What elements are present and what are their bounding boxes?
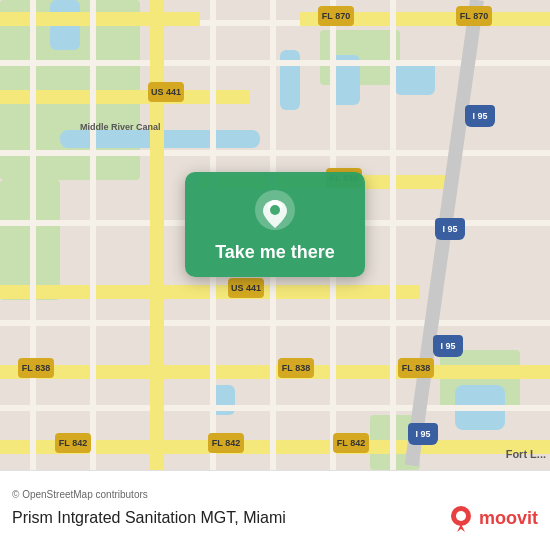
badge-fl842-2: FL 842 <box>208 433 244 453</box>
road-v-1 <box>30 0 36 470</box>
canal-label: Middle River Canal <box>80 122 161 132</box>
moovit-brand-text: moovit <box>479 508 538 529</box>
shield-i95-1: I 95 <box>465 105 495 127</box>
badge-fl842-3: FL 842 <box>333 433 369 453</box>
badge-fl870-2: FL 870 <box>456 6 492 26</box>
take-me-there-button[interactable]: Take me there <box>215 242 335 263</box>
svg-point-4 <box>456 511 466 521</box>
svg-point-2 <box>270 205 280 215</box>
map-area: FL 870 FL 870 US 441 FL 816 US 441 FL 83… <box>0 0 550 470</box>
badge-fl838-2: FL 838 <box>278 358 314 378</box>
badge-fl838-1: FL 838 <box>18 358 54 378</box>
city-label: Fort L... <box>506 448 546 460</box>
shield-i95-4: I 95 <box>408 423 438 445</box>
badge-us441-n: US 441 <box>148 82 184 102</box>
road-v-us441 <box>150 0 164 470</box>
badge-fl842-1: FL 842 <box>55 433 91 453</box>
road-v-6 <box>390 0 396 470</box>
moovit-logo: moovit <box>447 504 538 532</box>
water-body-1 <box>280 50 300 110</box>
location-pin-icon <box>253 188 297 232</box>
badge-fl870-1: FL 870 <box>318 6 354 26</box>
map-attribution: © OpenStreetMap contributors <box>12 489 538 500</box>
road-v-2 <box>90 0 96 470</box>
badge-us441-s: US 441 <box>228 278 264 298</box>
badge-fl838-3: FL 838 <box>398 358 434 378</box>
navigation-popup[interactable]: Take me there <box>185 172 365 277</box>
bottom-info-bar: © OpenStreetMap contributors Prism Intgr… <box>0 470 550 550</box>
location-name: Prism Intgrated Sanitation MGT, Miami <box>12 509 286 527</box>
shield-i95-3: I 95 <box>433 335 463 357</box>
shield-i95-2: I 95 <box>435 218 465 240</box>
moovit-icon <box>447 504 475 532</box>
